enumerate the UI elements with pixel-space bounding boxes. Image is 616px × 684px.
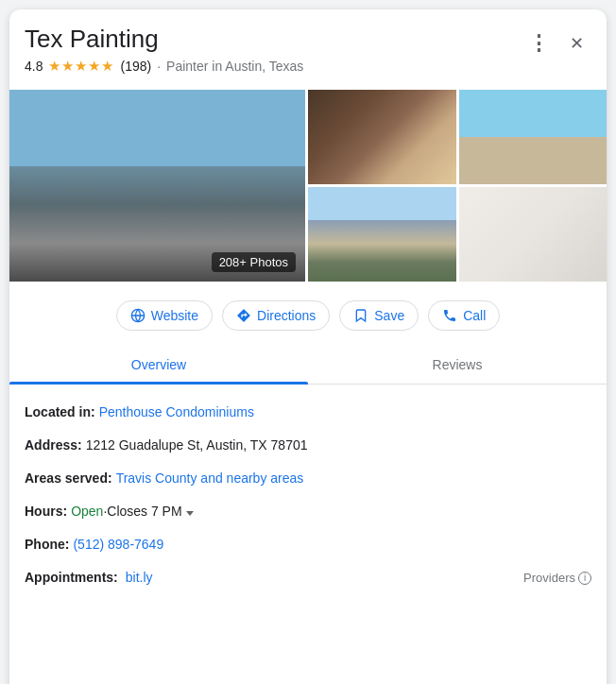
- ceiling-image: [459, 187, 607, 282]
- hours-row: Hours: Open · Closes 7 PM: [25, 495, 591, 528]
- review-count: (198): [120, 59, 151, 74]
- directions-button[interactable]: Directions: [222, 300, 330, 331]
- directions-label: Directions: [257, 308, 316, 323]
- close-button[interactable]: ✕: [561, 28, 591, 59]
- photo-kitchen[interactable]: [308, 90, 456, 184]
- website-icon: [130, 308, 145, 323]
- website-label: Website: [151, 308, 198, 323]
- hours-label: Hours:: [25, 502, 67, 522]
- hours-chevron-icon[interactable]: [186, 511, 194, 516]
- appointments-label: Appointments:: [25, 568, 118, 588]
- address-row: Address: 1212 Guadalupe St, Austin, TX 7…: [25, 429, 591, 462]
- hours-open: Open: [71, 502, 103, 522]
- star-rating: ★★★★★: [48, 58, 114, 75]
- separator: ·: [157, 59, 161, 74]
- appointments-value[interactable]: bit.ly: [126, 568, 153, 588]
- tab-reviews[interactable]: Reviews: [308, 346, 607, 384]
- business-category: Painter in Austin, Texas: [166, 59, 303, 74]
- tab-overview-label: Overview: [131, 357, 186, 372]
- business-card: Tex Painting 4.8 ★★★★★ (198) · Painter i…: [9, 9, 607, 684]
- more-options-button[interactable]: ⋮: [523, 28, 554, 59]
- located-value[interactable]: Penthouse Condominiums: [99, 402, 254, 422]
- tab-reviews-label: Reviews: [433, 357, 483, 372]
- phone-label: Phone:: [25, 535, 69, 555]
- website-button[interactable]: Website: [116, 300, 213, 331]
- house2-image: [308, 187, 456, 282]
- phone-row: Phone: (512) 898-7649: [25, 528, 591, 561]
- providers-label: Providers: [523, 569, 575, 588]
- photo-house2[interactable]: [308, 187, 456, 282]
- call-icon: [442, 308, 457, 323]
- directions-icon: [236, 308, 251, 323]
- save-label: Save: [374, 308, 404, 323]
- more-options-icon: ⋮: [528, 31, 550, 56]
- providers-info-icon[interactable]: i: [578, 572, 591, 585]
- call-button[interactable]: Call: [428, 300, 500, 331]
- areas-served-row: Areas served: Travis County and nearby a…: [25, 462, 591, 495]
- business-title: Tex Painting: [25, 25, 303, 54]
- photo-garage-exterior[interactable]: [459, 90, 607, 184]
- rating-number: 4.8: [25, 59, 43, 74]
- photo-count-badge[interactable]: 208+ Photos: [212, 252, 296, 272]
- action-buttons-row: Website Directions Save Call: [9, 289, 607, 342]
- providers-area: Providers i: [523, 569, 591, 588]
- tab-overview[interactable]: Overview: [9, 346, 308, 384]
- hours-close-time: Closes 7 PM: [107, 502, 181, 522]
- located-label: Located in:: [25, 402, 95, 422]
- close-icon: ✕: [570, 33, 584, 54]
- card-header: Tex Painting 4.8 ★★★★★ (198) · Painter i…: [9, 9, 607, 82]
- appointments-row: Appointments: bit.ly Providers i: [25, 561, 591, 594]
- title-area: Tex Painting 4.8 ★★★★★ (198) · Painter i…: [25, 25, 303, 75]
- save-icon: [353, 308, 368, 323]
- address-value: 1212 Guadalupe St, Austin, TX 78701: [86, 436, 308, 455]
- rating-row: 4.8 ★★★★★ (198) · Painter in Austin, Tex…: [25, 58, 303, 75]
- kitchen-image: [308, 90, 456, 184]
- located-in-row: Located in: Penthouse Condominiums: [25, 396, 591, 429]
- call-label: Call: [463, 308, 486, 323]
- info-section: Located in: Penthouse Condominiums Addre…: [9, 385, 607, 606]
- photo-ceiling[interactable]: [459, 187, 607, 282]
- garage-exterior-image: [459, 90, 607, 184]
- save-button[interactable]: Save: [339, 300, 419, 331]
- phone-value[interactable]: (512) 898-7649: [73, 535, 163, 555]
- address-label: Address:: [25, 436, 82, 455]
- main-photo[interactable]: 208+ Photos: [9, 90, 305, 282]
- areas-label: Areas served:: [25, 469, 112, 488]
- tabs-row: Overview Reviews: [9, 346, 607, 385]
- header-actions: ⋮ ✕: [523, 25, 591, 59]
- areas-value[interactable]: Travis County and nearby areas: [116, 469, 304, 488]
- photo-grid[interactable]: 208+ Photos: [9, 90, 607, 282]
